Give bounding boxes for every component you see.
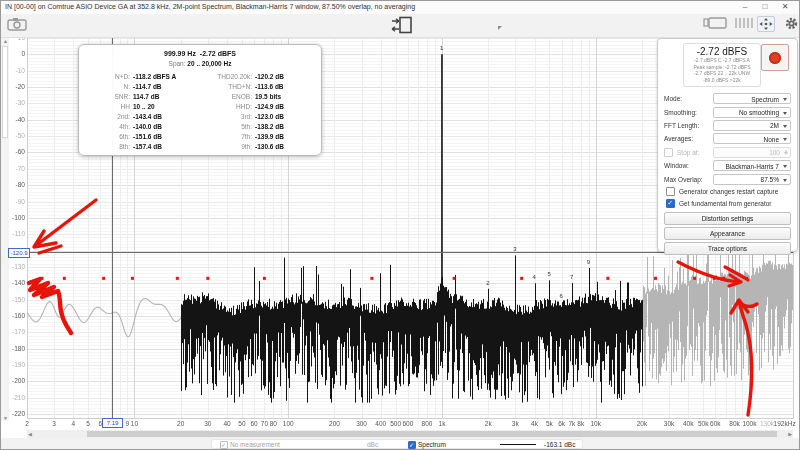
measurement-label: N+D: xyxy=(85,72,133,82)
maximize-button[interactable]: □ xyxy=(757,1,773,12)
x-axis-tick-label: 40 xyxy=(223,420,230,427)
measurement-label: 6th: xyxy=(85,132,133,142)
x-axis-tick-label: 5 xyxy=(86,420,90,427)
measurement-value: -124.9 dB xyxy=(255,102,313,112)
x-axis-tick-label: 6k xyxy=(558,420,565,427)
setting-label: Max Overlap: xyxy=(664,176,703,183)
measurement-value: 114.7 dB xyxy=(133,92,199,102)
trace-value: -163.1 dBc xyxy=(544,441,575,448)
level-bars-icon[interactable] xyxy=(733,17,753,29)
spectrum-control-panel: -2.72 dBFS -2.7 dBFS C -2.7 dBFS A Peak … xyxy=(657,38,798,252)
status-box: No measurement dBc Spectrum -163.1 dBc xyxy=(211,439,583,449)
harmonic-label: 9 xyxy=(587,259,590,265)
setting-row: Averages:None xyxy=(658,132,797,145)
monitor-icon[interactable] xyxy=(703,17,727,30)
harmonic-label: 5 xyxy=(547,271,550,277)
setting-row: Max Overlap:87.5% xyxy=(658,172,797,185)
measurement-label: 9th: xyxy=(199,142,255,152)
harmonic-label: 1 xyxy=(440,45,443,51)
setting-dropdown[interactable]: No smoothing xyxy=(713,107,791,118)
measurement-label: 8th: xyxy=(85,142,133,152)
tooltip-header: 999.99 Hz -2.72 dBFS xyxy=(79,50,321,57)
setting-row: Window:Blackman-Harris 7 xyxy=(658,159,797,172)
setting-dropdown[interactable]: None xyxy=(713,133,791,144)
close-button[interactable]: ✕ xyxy=(777,1,793,12)
measurement-label: HH xyxy=(85,102,133,112)
minimize-button[interactable]: – xyxy=(737,1,753,12)
x-axis-tick-label: 30k xyxy=(664,420,674,427)
io-loopback-icon[interactable] xyxy=(391,16,413,34)
move-pan-icon[interactable] xyxy=(757,16,775,32)
setting-dropdown[interactable]: Blackman-Harris 7 xyxy=(713,160,791,171)
scroll-up-icon[interactable]: ▲ xyxy=(3,38,8,44)
setting-label: FFT Length: xyxy=(664,122,699,129)
measurement-label: HHD: xyxy=(199,102,255,112)
option-label: Generator changes restart capture xyxy=(679,188,778,195)
spectrum-checkbox[interactable] xyxy=(408,441,416,449)
setting-label: Mode: xyxy=(664,95,682,102)
setting-row: Smoothing:No smoothing xyxy=(658,105,797,118)
setting-dropdown[interactable]: 87.5% xyxy=(713,174,791,185)
setting-dropdown[interactable]: 2M xyxy=(713,120,791,131)
x-axis-tick-label: 3k xyxy=(512,420,519,427)
chevron-down-icon xyxy=(783,179,787,182)
setting-row: FFT Length:2M xyxy=(658,119,797,132)
dropdown-value: Blackman-Harris 7 xyxy=(726,163,779,170)
record-button[interactable] xyxy=(761,44,789,71)
scroll-left-icon[interactable]: ◀ xyxy=(28,431,32,437)
level-readout: -2.72 dBFS -2.7 dBFS C -2.7 dBFS A Peak … xyxy=(683,43,761,87)
option-checkbox[interactable] xyxy=(666,199,675,208)
x-axis-tick-label: 9 xyxy=(126,420,130,427)
measurement-value: -113.6 dB xyxy=(255,82,313,92)
vertical-scroll-thumb[interactable] xyxy=(2,46,8,138)
vertical-scrollbar[interactable]: ▲ ▼ xyxy=(1,38,9,421)
no-measurement-checkbox[interactable] xyxy=(220,441,228,449)
measurement-value: -123.0 dB xyxy=(255,112,313,122)
option-checkbox[interactable] xyxy=(666,187,675,196)
trace-options-button[interactable]: Trace options xyxy=(664,242,791,255)
horizontal-scroll-thumb[interactable] xyxy=(87,431,777,437)
tooltip-level: -2.72 dBFS xyxy=(200,50,236,57)
horizontal-scrollbar[interactable]: ◀ ▶ xyxy=(27,430,793,438)
spectrum-trace-label: Spectrum xyxy=(418,441,446,448)
distortion-settings-button[interactable]: Distortion settings xyxy=(664,212,791,225)
measurement-value: -118.2 dBFS A xyxy=(133,72,199,82)
stop-at-spinner[interactable]: 100 xyxy=(713,147,791,158)
dropdown-value: 2M xyxy=(770,122,779,129)
x-axis-tick-label: 130k xyxy=(760,420,774,427)
harmonic-label: 6 xyxy=(560,293,563,299)
x-axis-tick-label: 1k xyxy=(439,420,446,427)
scroll-down-icon[interactable]: ▼ xyxy=(3,415,8,421)
x-axis-tick-label: 5k xyxy=(546,420,553,427)
x-axis-tick-label: 50 xyxy=(238,420,245,427)
readout-sub3: -2.7 dBFS 22 .. 22k UNW xyxy=(684,70,760,77)
measurement-value: 19.5 bits xyxy=(255,92,313,102)
x-axis-tick-label: 4k xyxy=(531,420,538,427)
measurement-value: -120.2 dB xyxy=(255,72,313,82)
measurement-value: -151.6 dB xyxy=(133,132,199,142)
measurement-value: -139.9 dB xyxy=(255,132,313,142)
tooltip-measurements: N+D:-118.2 dBFS ATHD20.20k:-120.2 dBN:-1… xyxy=(85,72,313,152)
chevron-down-icon xyxy=(783,112,787,115)
stop-at-checkbox[interactable] xyxy=(664,148,673,157)
x-axis-tick-label: 100k xyxy=(742,420,756,427)
x-axis-tick-label: 400 xyxy=(375,420,386,427)
scroll-right-icon[interactable]: ▶ xyxy=(788,431,792,437)
x-axis-tick-label: 7k xyxy=(568,420,575,427)
flag-marker-icon xyxy=(498,26,502,30)
setting-dropdown[interactable]: Spectrum xyxy=(713,93,791,104)
measurement-label: THD+N: xyxy=(199,82,255,92)
app-window: IN [00-00] on Comtrue ASIO Device GA at … xyxy=(0,0,800,450)
x-axis-tick-label: 300 xyxy=(356,420,367,427)
gear-icon[interactable] xyxy=(785,17,798,30)
measurement-info-panel: 999.99 Hz -2.72 dBFS Span: 20 .. 20,000 … xyxy=(78,44,322,156)
no-measurement-label: No measurement xyxy=(230,441,280,448)
x-axis-tick-label: 40k xyxy=(683,420,693,427)
camera-icon[interactable] xyxy=(7,17,27,31)
appearance-button[interactable]: Appearance xyxy=(664,227,791,240)
x-axis-tick-label: 500 xyxy=(390,420,401,427)
spinner-down-icon[interactable] xyxy=(784,152,788,155)
x-axis-tick-label: 800 xyxy=(422,420,433,427)
measurement-value: -114.7 dB xyxy=(133,82,199,92)
cursor-frequency-box: 7.19 xyxy=(102,418,123,428)
